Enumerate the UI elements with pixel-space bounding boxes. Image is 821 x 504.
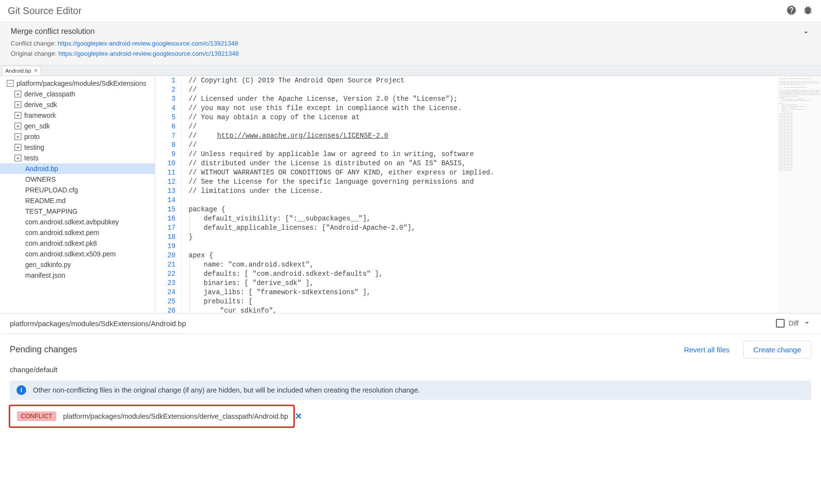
editor-tabbar: Android.bp × [0, 65, 821, 76]
tree-folder-label: derive_sdk [24, 101, 57, 109]
expand-icon[interactable]: + [15, 155, 21, 161]
tree-file-label: Android.bp [25, 165, 58, 173]
file-tree[interactable]: − platform/packages/modules/SdkExtension… [0, 76, 155, 313]
tree-file-label: com.android.sdkext.pk8 [25, 239, 97, 247]
info-icon: i [16, 385, 26, 395]
tree-file[interactable]: com.android.sdkext.avbpubkey [0, 217, 155, 227]
original-change-row: Original change: https://googleplex-andr… [11, 49, 810, 59]
file-path: platform/packages/modules/SdkExtensions/… [10, 319, 776, 328]
conflict-file-path: platform/packages/modules/SdkExtensions/… [63, 412, 288, 420]
pending-changes-panel: Pending changes Revert all files Create … [0, 334, 821, 432]
line-gutter: 1234567891011121314151617181920212223242… [155, 76, 182, 313]
revert-all-link[interactable]: Revert all files [684, 346, 729, 354]
tree-folder[interactable]: +proto [0, 131, 155, 142]
tree-file[interactable]: com.android.sdkext.x509.pem [0, 249, 155, 259]
minimap[interactable]: // Copyright (C) 2019 The Android Open S… [777, 76, 821, 313]
tree-folder-label: proto [24, 133, 40, 141]
help-icon[interactable] [786, 5, 797, 17]
tree-root[interactable]: − platform/packages/modules/SdkExtension… [0, 78, 155, 89]
tree-file[interactable]: TEST_MAPPING [0, 206, 155, 217]
tree-folder-label: testing [24, 143, 44, 151]
diff-checkbox[interactable] [776, 319, 785, 328]
tree-file-label: TEST_MAPPING [25, 207, 78, 215]
tree-file-label: gen_sdkinfo.py [25, 261, 71, 268]
tree-file[interactable]: com.android.sdkext.pem [0, 227, 155, 238]
expand-icon[interactable]: + [15, 123, 21, 129]
expand-icon[interactable]: + [15, 112, 21, 119]
tree-file-label: com.android.sdkext.x509.pem [25, 250, 116, 258]
expand-icon[interactable]: + [15, 144, 21, 151]
license-link[interactable]: http://www.apache.org/licenses/LICENSE-2… [217, 132, 388, 140]
app-header: Git Source Editor [0, 0, 821, 22]
tree-root-label: platform/packages/modules/SdkExtensions [16, 79, 146, 87]
original-change-link[interactable]: https://googleplex-android-review.google… [58, 50, 239, 57]
tree-file-label: README.md [25, 197, 65, 205]
conflict-change-link[interactable]: https://googleplex-android-review.google… [58, 40, 238, 47]
main-split: − platform/packages/modules/SdkExtension… [0, 76, 821, 314]
expand-icon[interactable]: + [15, 91, 21, 97]
bug-icon[interactable] [803, 5, 813, 17]
tree-file[interactable]: manifest.json [0, 270, 155, 281]
diff-label: Diff [789, 319, 799, 327]
diff-control[interactable]: Diff [776, 318, 811, 329]
tree-folder-label: tests [24, 154, 39, 162]
create-change-button[interactable]: Create change [743, 341, 811, 359]
info-banner: i Other non-conflicting files in the ori… [10, 380, 811, 400]
tree-file-label: com.android.sdkext.pem [25, 229, 99, 236]
tree-file-label: OWNERS [25, 175, 56, 183]
conflict-change-row: Conflict change: https://googleplex-andr… [11, 39, 810, 49]
tree-folder[interactable]: +derive_classpath [0, 89, 155, 99]
tree-folder[interactable]: +testing [0, 142, 155, 153]
tree-folder[interactable]: +gen_sdk [0, 121, 155, 131]
code-body[interactable]: // Copyright (C) 2019 The Android Open S… [182, 76, 777, 313]
collapse-icon[interactable]: − [7, 80, 14, 87]
pending-title: Pending changes [10, 345, 684, 355]
change-name: change/default [10, 365, 811, 374]
tree-file[interactable]: OWNERS [0, 174, 155, 185]
tree-file[interactable]: PREUPLOAD.cfg [0, 185, 155, 195]
tree-file[interactable]: Android.bp [0, 163, 155, 174]
conflict-row[interactable]: CONFLICT platform/packages/modules/SdkEx… [9, 405, 295, 428]
tree-folder[interactable]: +tests [0, 153, 155, 163]
chevron-down-icon[interactable] [803, 318, 811, 329]
expand-toggle[interactable] [802, 28, 810, 38]
expand-icon[interactable]: + [15, 101, 21, 108]
conflict-badge: CONFLICT [17, 411, 56, 421]
app-title: Git Source Editor [8, 5, 786, 16]
tree-file[interactable]: gen_sdkinfo.py [0, 259, 155, 270]
file-tab[interactable]: Android.bp × [2, 66, 41, 75]
tree-folder-label: framework [24, 111, 56, 119]
info-text: Other non-conflicting files in the origi… [33, 386, 420, 394]
tree-folder[interactable]: +framework [0, 110, 155, 121]
tree-file[interactable]: com.android.sdkext.pk8 [0, 238, 155, 249]
tree-folder[interactable]: +derive_sdk [0, 99, 155, 110]
path-bar: platform/packages/modules/SdkExtensions/… [0, 314, 821, 334]
tree-file[interactable]: README.md [0, 195, 155, 206]
conflict-change-label: Conflict change: [11, 40, 58, 47]
merge-conflict-panel: Merge conflict resolution Conflict chang… [0, 22, 821, 65]
tree-file-label: manifest.json [25, 271, 65, 279]
discard-conflict-icon[interactable]: ✕ [295, 411, 302, 422]
original-change-label: Original change: [11, 50, 58, 57]
tree-file-label: PREUPLOAD.cfg [25, 186, 78, 194]
tree-file-label: com.android.sdkext.avbpubkey [25, 218, 119, 226]
expand-icon[interactable]: + [15, 133, 21, 140]
code-editor[interactable]: 1234567891011121314151617181920212223242… [155, 76, 821, 313]
close-icon[interactable]: × [34, 67, 37, 74]
tree-folder-label: derive_classpath [24, 90, 75, 98]
tab-label: Android.bp [5, 68, 31, 74]
tree-folder-label: gen_sdk [24, 122, 50, 130]
merge-title: Merge conflict resolution [11, 27, 810, 36]
